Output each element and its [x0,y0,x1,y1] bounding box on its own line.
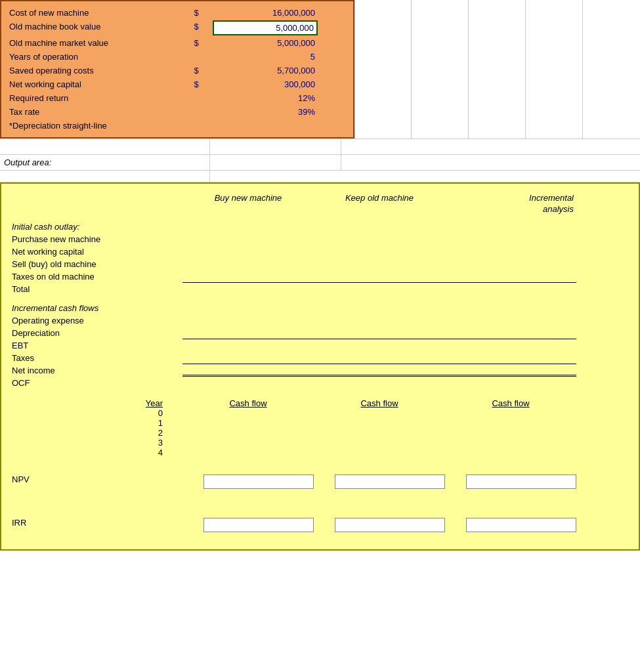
input-label: Old machine book value [9,20,180,35]
row-purchase-new: Purchase new machine [12,233,182,245]
input-dollar: $ [180,64,213,77]
input-dollar: $ [180,7,213,19]
som-keep [314,258,445,270]
input-label: Saved operating costs [9,64,180,77]
ebt-inc [445,339,576,352]
row-net-working-capital: Net working capital [12,245,182,258]
pnm-keep [314,233,445,245]
row-op-expense: Operating expense [12,314,182,327]
ebt-keep [314,339,445,352]
cf-4-keep [314,448,445,457]
cf-1-buy [182,418,314,428]
ico-keep-head [314,220,445,233]
tax-inc [445,352,576,364]
input-value: 300,000 [213,78,318,91]
ni-inc [445,364,576,377]
nwc-inc [445,245,576,258]
col-header-empty [12,190,182,218]
npv-buy-input[interactable] [203,474,314,489]
input-label: Years of operation [9,51,180,63]
output-area-label: Output area: [0,155,210,170]
row-depreciation: Depreciation [12,327,182,339]
input-dollar [180,106,213,118]
ebt-buy [182,339,314,352]
row-taxes-old: Taxes on old machine [12,270,182,283]
cf-3-inc [445,438,576,448]
total-inc [445,283,576,295]
input-value: 39% [213,106,318,118]
incremental-cf-label: Incremental cash flows [12,302,182,314]
ico-inc-head [445,220,576,233]
initial-cash-outlay-label: Initial cash outlay: [12,220,182,233]
input-dollar: $ [180,20,213,35]
dep-buy [182,327,314,339]
cf-0-buy [182,408,314,418]
irr-inc-input[interactable] [466,518,576,532]
som-inc [445,258,576,270]
icf-buy-head [182,302,314,314]
ni-keep [314,364,445,377]
cf-0-inc [445,408,576,418]
npv-label: NPV [12,471,182,493]
row-total: Total [12,283,182,295]
year-0: 0 [12,408,182,418]
ocf-keep [314,377,445,389]
row-taxes: Taxes [12,352,182,364]
input-value [213,119,318,132]
cf-head-buy: Cash flow [182,398,314,408]
tom-keep [314,270,445,283]
nwc-keep [314,245,445,258]
input-value: 16,000,000 [213,7,318,19]
year-4: 4 [12,448,182,457]
cf-0-keep [314,408,445,418]
year-header: Year [12,398,182,408]
input-dollar: $ [180,37,213,49]
input-label: Required return [9,92,180,104]
irr-buy-input[interactable] [203,518,314,532]
oe-inc [445,314,576,327]
oe-keep [314,314,445,327]
row-ocf: OCF [12,377,182,389]
input-dollar [180,119,213,132]
cf-1-keep [314,418,445,428]
cf-2-inc [445,428,576,438]
irr-keep-input[interactable] [335,518,445,532]
input-label: *Depreciation straight-line [9,119,180,132]
cf-4-buy [182,448,314,457]
ocf-inc [445,377,576,389]
tom-buy [182,270,314,283]
npv-keep-input[interactable] [335,474,445,489]
input-section: Cost of new machine$16,000,000Old machin… [0,0,354,138]
cf-1-inc [445,418,576,428]
tax-keep [314,352,445,364]
input-value: 5,000,000 [213,20,318,35]
tax-buy [182,352,314,364]
cf-3-buy [182,438,314,448]
col-header-buy-new: Buy new machine [182,190,314,218]
row-sell-old: Sell (buy) old machine [12,258,182,270]
year-3: 3 [12,438,182,448]
som-buy [182,258,314,270]
ocf-buy [182,377,314,389]
cf-head-inc: Cash flow [445,398,576,408]
yellow-output-section: Buy new machine Keep old machine Increme… [0,182,640,551]
pnm-buy [182,233,314,245]
icf-inc-head [445,302,576,314]
input-dollar [180,92,213,104]
input-value: 5 [213,51,318,63]
total-keep [314,283,445,295]
input-label: Net working capital [9,78,180,91]
col-header-keep-old: Keep old machine [314,190,445,218]
dep-keep [314,327,445,339]
input-value: 12% [213,92,318,104]
input-dollar [180,51,213,63]
year-1: 1 [12,418,182,428]
irr-label: IRR [12,514,182,536]
cf-4-inc [445,448,576,457]
npv-inc-input[interactable] [466,474,576,489]
cf-head-keep: Cash flow [314,398,445,408]
input-label: Tax rate [9,106,180,118]
total-buy [182,283,314,295]
year-2: 2 [12,428,182,438]
ni-buy [182,364,314,377]
